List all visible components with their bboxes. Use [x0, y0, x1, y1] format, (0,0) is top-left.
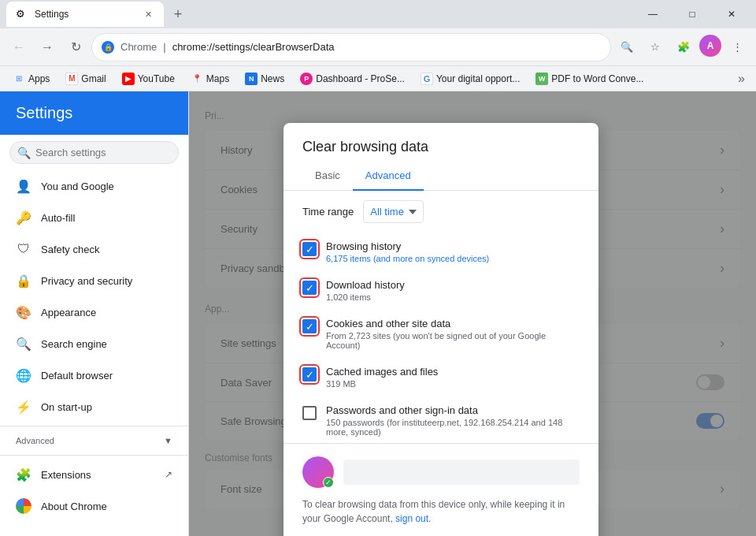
checkbox-download-history-input[interactable]: ✓ [302, 281, 317, 295]
checkbox-browsing-history-input[interactable]: ✓ [302, 242, 317, 256]
power-icon: ⚡ [16, 399, 32, 415]
bookmark-gmail[interactable]: M Gmail [59, 71, 112, 87]
bookmark-news[interactable]: N News [239, 71, 291, 87]
sidebar-item-safety[interactable]: 🛡 Safety check [0, 233, 188, 265]
cached-label: Cached images and files [326, 366, 573, 378]
url-chrome-label: Chrome [120, 41, 157, 53]
bookmark-gmail-label: Gmail [81, 73, 106, 84]
bookmark-dashboard[interactable]: P Dashboard - ProSe... [294, 71, 411, 87]
sidebar-item-search-engine[interactable]: 🔍 Search engine [0, 328, 188, 359]
checkmark-icon-2: ✓ [306, 283, 314, 293]
bookmark-button[interactable]: ☆ [643, 35, 668, 60]
minimize-button[interactable]: — [635, 2, 671, 27]
address-actions: 🔍 ☆ 🧩 A ⋮ [614, 35, 750, 60]
sidebar-item-extensions[interactable]: 🧩 Extensions ↗ [0, 459, 188, 490]
settings-main: Pri... History › Cookies › Security › [189, 91, 756, 536]
bookmark-maps-label: Maps [206, 73, 229, 84]
bookmark-youtube-label: YouTube [138, 73, 175, 84]
sidebar-item-about-chrome[interactable]: About Chrome [0, 490, 188, 522]
bookmark-youtube[interactable]: ▶ YouTube [116, 71, 181, 87]
sidebar-advanced-section[interactable]: Advanced ▼ [0, 430, 188, 452]
extensions-button[interactable]: 🧩 [671, 35, 696, 60]
bookmark-maps[interactable]: 📍 Maps [184, 71, 235, 87]
apps-grid-icon: ⊞ [13, 73, 25, 85]
sidebar-label-on-startup: On start-up [41, 401, 92, 413]
advanced-label: Advanced [16, 436, 54, 445]
checkbox-cookies-input[interactable]: ✓ [302, 319, 317, 333]
checkbox-browsing-history: ✓ Browsing history 6,175 items (and more… [284, 233, 592, 271]
address-bar[interactable]: 🔒 Chrome | chrome://settings/clearBrowse… [91, 33, 611, 61]
checkbox-passwords-input[interactable] [302, 406, 317, 420]
sidebar-item-you-google[interactable]: 👤 You and Google [0, 170, 188, 202]
bookmark-dashboard-label: Dashboard - ProSe... [316, 73, 405, 84]
tab-close-button[interactable]: ✕ [142, 8, 154, 20]
browser-frame: ⚙ Settings ✕ + — □ ✕ ← → ↻ 🔒 Chrome | ch… [0, 0, 756, 536]
tab-title: Settings [35, 9, 135, 20]
tab-advanced[interactable]: Advanced [353, 162, 424, 191]
active-tab[interactable]: ⚙ Settings ✕ [6, 2, 164, 27]
browsing-history-content: Browsing history 6,175 items (and more o… [326, 240, 573, 263]
maximize-button[interactable]: □ [674, 2, 710, 27]
key-icon: 🔑 [16, 210, 32, 225]
menu-button[interactable]: ⋮ [724, 35, 750, 60]
checkbox-cached-input[interactable]: ✓ [302, 367, 317, 382]
verified-icon: ✓ [323, 477, 334, 488]
dialog-title: Clear browsing data [284, 123, 598, 162]
search-settings-input[interactable] [9, 141, 179, 164]
youtube-icon: ▶ [122, 73, 135, 85]
cached-desc: 319 MB [326, 379, 573, 389]
bookmark-apps-label: Apps [28, 73, 50, 84]
news-icon: N [245, 73, 258, 85]
google-icon: G [421, 73, 433, 85]
dialog-footer: ✓ To clear browsing data from this devic… [284, 443, 598, 536]
profile-avatar[interactable]: A [699, 35, 721, 57]
sidebar-label-you-google: You and Google [41, 181, 114, 192]
dialog-tabs: Basic Advanced [284, 162, 598, 191]
sidebar-label-appearance: Appearance [41, 307, 96, 318]
checkmark-icon-3: ✓ [306, 322, 314, 332]
sidebar-label-safety: Safety check [41, 244, 99, 255]
dialog-info-text: To clear browsing data from this device … [302, 497, 580, 526]
url-text: chrome://settings/clearBrowserData [172, 41, 335, 53]
bookmark-pdf[interactable]: W PDF to Word Conve... [529, 71, 650, 87]
refresh-button[interactable]: ↻ [63, 35, 88, 60]
sidebar-item-appearance[interactable]: 🎨 Appearance [0, 296, 188, 328]
sidebar-item-privacy[interactable]: 🔒 Privacy and security [0, 265, 188, 296]
footer-text-before-link: To clear browsing data from this device … [302, 499, 565, 524]
close-button[interactable]: ✕ [713, 2, 750, 27]
dialog-scroll-area[interactable]: Time range All time ✓ Browsing history 6… [284, 191, 598, 443]
checkmark-icon-4: ✓ [306, 370, 314, 380]
cached-content: Cached images and files 319 MB [326, 366, 573, 389]
bookmark-google[interactable]: G Your digital opport... [414, 71, 526, 87]
pdf-icon: W [536, 73, 548, 85]
sidebar-item-autofill[interactable]: 🔑 Auto-fill [0, 202, 188, 233]
checkbox-cached: ✓ Cached images and files 319 MB [284, 358, 592, 396]
sidebar-label-privacy: Privacy and security [41, 275, 132, 287]
checkbox-passwords: Passwords and other sign-in data 150 pas… [284, 396, 592, 443]
person-icon: 👤 [16, 178, 32, 194]
sidebar-item-on-startup[interactable]: ⚡ On start-up [0, 391, 188, 422]
extensions-nav-icon: 🧩 [16, 467, 32, 482]
lock-icon: 🔒 [16, 273, 32, 288]
sidebar-item-default-browser[interactable]: 🌐 Default browser [0, 359, 188, 391]
about-chrome-icon [16, 498, 32, 514]
avatar-row: ✓ [302, 456, 580, 488]
new-tab-button[interactable]: + [167, 3, 189, 25]
search-button[interactable]: 🔍 [614, 35, 639, 60]
time-range-row: Time range All time [284, 191, 592, 233]
sidebar-label-search-engine: Search engine [41, 338, 107, 350]
dashboard-icon: P [300, 73, 313, 85]
sidebar-label-default-browser: Default browser [41, 370, 113, 382]
back-button[interactable]: ← [6, 35, 32, 60]
sign-out-link[interactable]: sign out. [395, 513, 431, 524]
more-bookmarks-button[interactable]: » [733, 70, 750, 87]
forward-button[interactable]: → [35, 35, 60, 60]
browser-icon: 🌐 [16, 367, 32, 383]
cookies-desc: From 2,723 sites (you won't be signed ou… [326, 331, 573, 350]
time-range-select[interactable]: All time [363, 200, 424, 223]
tab-basic[interactable]: Basic [302, 162, 353, 191]
external-link-icon: ↗ [165, 469, 172, 480]
bookmark-news-label: News [261, 73, 284, 84]
clear-browsing-data-dialog: Clear browsing data Basic Advanced Time … [284, 123, 598, 536]
bookmark-apps[interactable]: ⊞ Apps [6, 71, 56, 87]
